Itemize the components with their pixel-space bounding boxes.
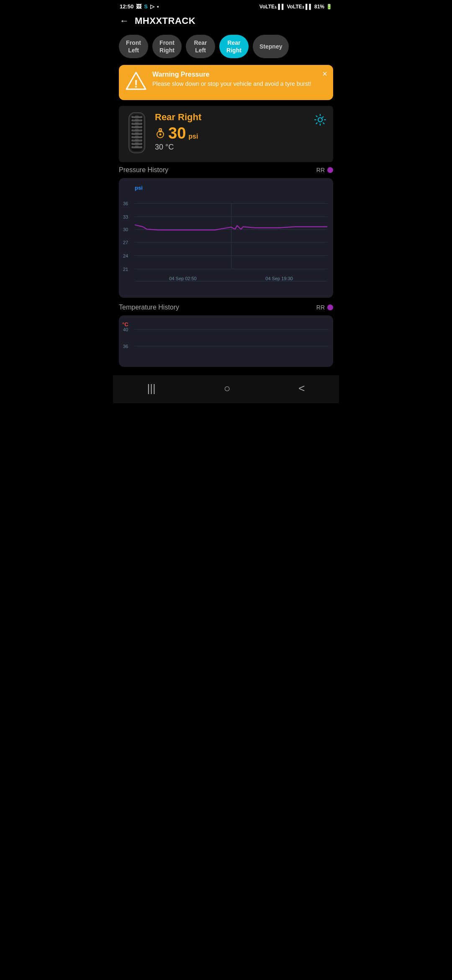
svg-rect-11 — [131, 139, 142, 142]
temp-legend-label: RR — [316, 304, 325, 311]
pressure-x-labels: 04 Sep 02:50 04 Sep 19:30 — [135, 276, 327, 281]
play-icon: ▷ — [150, 3, 154, 10]
tabs-container: FrontLeft FrontRight RearLeft RearRight … — [113, 31, 339, 63]
settings-button[interactable] — [314, 113, 326, 129]
svg-rect-4 — [131, 116, 142, 118]
nav-circle-button[interactable]: ○ — [224, 382, 231, 395]
back-button[interactable]: ← — [120, 15, 129, 26]
pressure-chart-inner: 36 33 30 27 24 21 04 Sep 02:50 04 Sep 19… — [122, 193, 329, 294]
signal-lte1: VoLTE₁ ▌▌ — [259, 4, 285, 10]
pressure-sensor-icon — [155, 128, 166, 141]
header: ← MHXXTRACK — [113, 11, 339, 31]
battery-icon: 🔋 — [326, 4, 332, 10]
temp-grid-36: 36 — [135, 346, 329, 346]
tab-rear-left[interactable]: RearLeft — [186, 35, 215, 58]
svg-rect-6 — [131, 123, 142, 125]
svg-rect-7 — [131, 126, 142, 128]
warning-title: Warning Pressure — [152, 71, 326, 78]
signal-lte2: VoLTE₂ ▌▌ — [287, 4, 313, 10]
pressure-chart-header: Pressure History RR — [119, 166, 333, 174]
pressure-grid-area: 36 33 30 27 24 21 04 Sep 02:50 04 Sep 19… — [135, 203, 327, 281]
tire-pressure-value: 30 — [168, 125, 186, 141]
s-icon: S — [144, 3, 148, 10]
svg-rect-5 — [131, 119, 142, 121]
pressure-legend-dot — [327, 167, 333, 173]
temp-y-axis-label: °C — [122, 321, 329, 328]
nav-home-button[interactable]: ||| — [147, 382, 155, 395]
tire-temperature: 30 °C — [155, 143, 307, 152]
y-tick-33: 33 — [123, 214, 128, 219]
x-label-2: 04 Sep 19:30 — [265, 276, 293, 281]
warning-close-button[interactable]: × — [322, 69, 327, 79]
tire-pressure-row: 30 psi — [155, 125, 307, 141]
svg-rect-9 — [131, 133, 142, 135]
tab-rear-right[interactable]: RearRight — [219, 35, 249, 58]
pressure-line-chart — [135, 203, 327, 268]
tire-name: Rear Right — [155, 112, 307, 123]
svg-rect-12 — [131, 143, 142, 145]
pressure-legend: RR — [316, 167, 333, 173]
status-left: 12:50 🖼 S ▷ • — [120, 3, 159, 10]
svg-text:!: ! — [134, 77, 138, 90]
temperature-history-title: Temperature History — [119, 304, 179, 311]
tab-stepney[interactable]: Stepney — [253, 35, 289, 58]
pressure-legend-label: RR — [316, 167, 325, 173]
temp-grid-40: 40 — [135, 329, 329, 330]
pressure-history-title: Pressure History — [119, 166, 168, 174]
camera-icon: 🖼 — [136, 3, 141, 10]
x-label-1: 04 Sep 02:50 — [169, 276, 196, 281]
y-tick-21: 21 — [123, 267, 128, 272]
status-bar: 12:50 🖼 S ▷ • VoLTE₁ ▌▌ VoLTE₂ ▌▌ 81% 🔋 — [113, 0, 339, 11]
temp-legend-dot — [327, 304, 333, 310]
temp-chart-header: Temperature History RR — [119, 304, 333, 311]
grid-line-21: 21 — [135, 269, 327, 269]
tire-details: Rear Right 30 psi 30 °C — [155, 112, 307, 152]
warning-content: Warning Pressure Please slow down or sto… — [152, 71, 326, 88]
svg-point-16 — [159, 134, 162, 136]
tab-front-right[interactable]: FrontRight — [152, 35, 182, 58]
warning-banner: ! Warning Pressure Please slow down or s… — [119, 65, 333, 100]
svg-rect-13 — [131, 146, 142, 148]
nav-back-button[interactable]: < — [298, 382, 305, 395]
temp-legend: RR — [316, 304, 333, 311]
tire-graphic — [126, 112, 148, 155]
status-right: VoLTE₁ ▌▌ VoLTE₂ ▌▌ 81% 🔋 — [259, 4, 332, 10]
tire-pressure-unit: psi — [188, 133, 198, 140]
temp-chart-inner: 40 36 — [135, 329, 329, 363]
temp-chart-box: °C 40 36 — [119, 315, 333, 367]
temp-tick-36: 36 — [123, 344, 128, 349]
svg-rect-10 — [131, 136, 142, 138]
grid-line-bottom — [135, 281, 327, 281]
tire-icon — [126, 112, 148, 154]
svg-rect-8 — [131, 129, 142, 132]
svg-point-18 — [318, 118, 322, 122]
y-tick-36: 36 — [123, 201, 128, 206]
nav-bar: ||| ○ < — [113, 375, 339, 403]
pressure-history-section: Pressure History RR psi 36 33 30 27 24 2… — [119, 166, 333, 298]
temperature-history-section: Temperature History RR °C 40 36 — [119, 304, 333, 367]
page-title: MHXXTRACK — [135, 15, 195, 26]
tire-info-card: Rear Right 30 psi 30 °C — [119, 106, 333, 162]
dot-icon: • — [157, 3, 159, 10]
pressure-chart-box: psi 36 33 30 27 24 21 — [119, 178, 333, 298]
warning-triangle-icon: ! — [126, 71, 146, 94]
y-tick-27: 27 — [123, 240, 128, 245]
y-tick-24: 24 — [123, 253, 128, 258]
status-time: 12:50 — [120, 3, 134, 10]
pressure-y-axis-label: psi — [135, 185, 143, 191]
tab-front-left[interactable]: FrontLeft — [119, 35, 148, 58]
battery-percent: 81% — [314, 4, 324, 10]
warning-message: Please slow down or stop your vehicle an… — [152, 80, 326, 88]
temp-tick-40: 40 — [123, 327, 128, 332]
y-tick-30: 30 — [123, 227, 128, 232]
